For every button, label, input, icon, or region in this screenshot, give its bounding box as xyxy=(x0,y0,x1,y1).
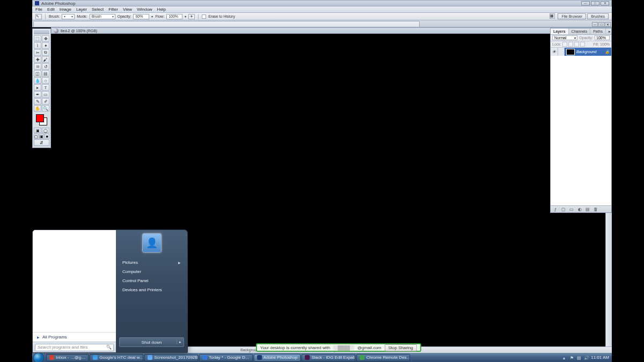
menu-view[interactable]: View xyxy=(123,7,132,12)
start-menu-programs-pane[interactable] xyxy=(33,230,116,332)
start-search-input[interactable]: Search programs and files xyxy=(35,344,114,351)
taskbar-item[interactable]: Adobe Photoshop xyxy=(254,354,301,361)
layer-style-button[interactable]: ƒ xyxy=(552,207,559,212)
opacity-field[interactable]: 60% xyxy=(133,14,149,19)
menu-filter[interactable]: Filter xyxy=(108,7,118,12)
notes-tool[interactable]: ✎ xyxy=(34,98,41,105)
tray-volume-icon[interactable]: 🔊 xyxy=(584,356,588,360)
paths-tab[interactable]: Paths xyxy=(590,28,606,34)
brush-picker[interactable]: • xyxy=(62,14,75,19)
start-item-control-panel[interactable]: Control Panel xyxy=(116,276,187,285)
tray-chevron-icon[interactable]: ▴ xyxy=(563,356,567,360)
start-item-computer[interactable]: Computer xyxy=(116,267,187,276)
palette-well-icon[interactable]: ▦ xyxy=(550,13,555,19)
flow-field[interactable]: 100% xyxy=(166,14,182,19)
pen-tool[interactable]: ✒ xyxy=(34,91,41,98)
layer-name[interactable]: Background xyxy=(576,50,596,54)
taskbar-item[interactable]: Slack - IDG Edit Expats xyxy=(302,354,355,361)
layer-mask-button[interactable]: ▢ xyxy=(560,207,567,212)
clone-stamp-tool[interactable]: ⧈ xyxy=(34,63,41,70)
lock-all[interactable] xyxy=(580,42,585,47)
marquee-tool[interactable]: ⬚ xyxy=(34,35,41,42)
eraser-tool[interactable]: ◫ xyxy=(34,70,41,77)
screen-mode-1[interactable]: ▢ xyxy=(34,134,39,139)
imageready-button[interactable]: ⇵ xyxy=(34,139,49,146)
airbrush-icon[interactable]: ✈ xyxy=(188,14,195,19)
channels-tab[interactable]: Channels xyxy=(569,28,591,34)
layers-tab[interactable]: Layers xyxy=(551,28,569,34)
magic-wand-tool[interactable]: ✦ xyxy=(42,42,49,49)
user-avatar[interactable]: 👤 xyxy=(142,233,162,253)
screen-mode-3[interactable]: ■ xyxy=(45,134,49,139)
menu-file[interactable]: File xyxy=(35,7,42,12)
taskbar-item[interactable]: Chrome Remote Des… xyxy=(356,354,410,361)
blend-mode-picker[interactable]: Normal xyxy=(552,35,577,40)
crop-tool[interactable]: ✂ xyxy=(34,49,41,56)
lock-position[interactable] xyxy=(574,42,579,47)
menu-edit[interactable]: Edit xyxy=(47,7,55,12)
doc-max-button[interactable]: □ xyxy=(598,22,604,27)
menu-window[interactable]: Window xyxy=(137,7,152,12)
layer-thumbnail[interactable] xyxy=(566,49,575,55)
start-button[interactable] xyxy=(33,352,44,362)
slice-tool[interactable]: ⧉ xyxy=(42,49,49,56)
delete-layer-button[interactable]: 🗑 xyxy=(592,207,599,212)
menu-image[interactable]: Image xyxy=(60,7,71,12)
erase-history-checkbox[interactable] xyxy=(202,14,206,19)
mode-picker[interactable]: Brush xyxy=(90,14,115,19)
color-swatch[interactable] xyxy=(34,113,49,126)
gradient-tool[interactable]: ▤ xyxy=(42,70,49,77)
start-item-devices-and-printers[interactable]: Devices and Printers xyxy=(116,285,187,294)
quickmask-mode-button[interactable]: ◯ xyxy=(42,128,49,133)
standard-mode-button[interactable]: ▣ xyxy=(34,128,41,133)
new-layer-button[interactable]: ▤ xyxy=(584,207,591,212)
hand-tool[interactable]: ✋ xyxy=(34,105,41,112)
menu-select[interactable]: Select xyxy=(92,7,104,12)
start-item-pictures[interactable]: Pictures▶ xyxy=(116,258,187,267)
lasso-tool[interactable]: ⌇ xyxy=(34,42,41,49)
blur-tool[interactable]: 💧 xyxy=(34,77,41,84)
taskbar-item[interactable]: Google's HTC deal w… xyxy=(90,354,143,361)
all-programs-button[interactable]: All Programs xyxy=(33,332,116,342)
taskbar-item[interactable]: Screenshot_2017092B… xyxy=(144,354,198,361)
document-tab[interactable] xyxy=(33,21,420,27)
adjustment-layer-button[interactable]: ◐ xyxy=(576,207,583,212)
layer-opacity-field[interactable]: 100% xyxy=(595,35,610,40)
doc-min-button[interactable]: — xyxy=(592,22,598,27)
system-tray[interactable]: ▴ ⚑ ▤ 🔊 11:01 AM xyxy=(560,355,612,360)
zoom-tool[interactable]: 🔍 xyxy=(42,105,49,112)
close-button[interactable]: ✕ xyxy=(601,1,609,5)
stop-sharing-button[interactable]: Stop Sharing xyxy=(385,344,417,351)
visibility-toggle[interactable]: 👁 xyxy=(551,48,558,56)
menu-layer[interactable]: Layer xyxy=(76,7,87,12)
maximize-button[interactable]: □ xyxy=(591,1,599,5)
healing-brush-tool[interactable]: ✚ xyxy=(34,56,41,63)
shutdown-button[interactable]: Shut down xyxy=(119,337,184,347)
eyedropper-tool[interactable]: ✐ xyxy=(42,98,49,105)
screen-mode-2[interactable]: ▣ xyxy=(39,134,44,139)
file-browser-tab[interactable]: File Browser xyxy=(558,13,586,19)
photoshop-titlebar[interactable]: Adobe Photoshop — □ ✕ xyxy=(32,0,612,6)
type-tool[interactable]: T xyxy=(42,84,49,91)
tray-flag-icon[interactable]: ⚑ xyxy=(570,356,574,360)
lock-transparency[interactable] xyxy=(562,42,567,47)
taskbar-item[interactable]: Today * - Google D… xyxy=(199,354,253,361)
document-titlebar[interactable]: tled-2 @ 100% (RGB) xyxy=(51,27,612,34)
brushes-tab[interactable]: Brushes xyxy=(587,13,609,19)
move-tool[interactable]: ✥ xyxy=(42,35,49,42)
minimize-button[interactable]: — xyxy=(581,1,590,5)
doc-close-button[interactable]: ✕ xyxy=(605,22,611,27)
taskbar-item[interactable]: Inbox - …@g… xyxy=(46,354,89,361)
lock-image[interactable] xyxy=(568,42,573,47)
tray-network-icon[interactable]: ▤ xyxy=(577,356,581,360)
tool-palette[interactable]: ⬚✥⌇✦✂⧉✚🖌⧈↺◫▤💧○▸T✒▭✎✐✋🔍 ▣ ◯ ▢ ▣ ■ ⇵ xyxy=(32,28,51,148)
path-select-tool[interactable]: ▸ xyxy=(34,84,41,91)
new-set-button[interactable]: ▭ xyxy=(568,207,575,212)
layer-fill-field[interactable]: 100% xyxy=(600,42,610,46)
foreground-color[interactable] xyxy=(36,114,44,122)
brush-tool[interactable]: 🖌 xyxy=(42,56,49,63)
dodge-tool[interactable]: ○ xyxy=(42,77,49,84)
link-toggle[interactable] xyxy=(558,48,565,56)
tool-palette-grip[interactable] xyxy=(34,30,49,34)
history-brush-tool[interactable]: ↺ xyxy=(42,63,49,70)
